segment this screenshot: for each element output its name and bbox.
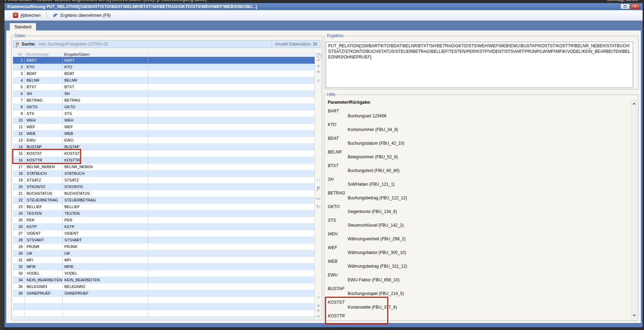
cell-nr: 24 [13, 210, 25, 217]
cell-bez [25, 303, 63, 310]
table-row[interactable]: 3BDATBDAT [13, 70, 315, 77]
background-date-text: Montag, 02.09. [607, 0, 638, 2]
table-row[interactable]: 27VIDENTVIDENT [13, 230, 315, 237]
cell-bez: SH [25, 90, 63, 97]
table-row[interactable]: 4BELNRBELNR [13, 77, 315, 84]
cell-filler [148, 97, 315, 104]
copy-table-icon[interactable] [316, 52, 321, 58]
param-name: GKTO [328, 204, 630, 209]
cell-nr: 28 [13, 237, 25, 243]
table-row[interactable]: 19STSATZSTSATZ [13, 177, 315, 184]
table-row[interactable]: 18STATBUCHSTATBUCH [13, 170, 315, 177]
table-row[interactable]: 6SHSH [13, 90, 315, 97]
cell-nr: 26 [13, 224, 25, 230]
move-down-icon[interactable] [316, 295, 321, 300]
page-down-icon[interactable] [316, 303, 321, 309]
cell-eingabe [63, 303, 148, 310]
table-row[interactable]: 25PERPER [13, 217, 315, 224]
cell-bez: KSTP [25, 224, 63, 230]
close-button[interactable]: ✕ [631, 4, 640, 9]
cell-filler [148, 137, 315, 144]
scroll-to-top-icon[interactable] [316, 59, 321, 65]
scroll-down-button[interactable] [631, 312, 637, 318]
table-row[interactable]: 34KEIN_BEARBEITENKEIN_BEARBEITEN [13, 277, 315, 283]
table-row[interactable]: 2KTOKTO [13, 64, 315, 70]
apply-result-button[interactable]: Ergebnis übernehmen (F9) [49, 11, 114, 20]
table-row[interactable]: 10WEHWEH [13, 117, 315, 124]
cell-bez: MFIK [25, 263, 63, 270]
cell-bez: BELNR_NEBEN [25, 164, 63, 170]
xml-icon[interactable]: XML [316, 196, 321, 201]
param-name: KTO [328, 122, 630, 127]
cell-filler [148, 164, 315, 170]
cell-bez: STSVART [25, 237, 63, 243]
cell-bez: PER [25, 217, 63, 224]
table-row[interactable]: 30LWLW [13, 250, 315, 257]
cell-eingabe: KSTP [63, 224, 148, 230]
scroll-up-button[interactable] [631, 101, 637, 106]
cell-filler [148, 290, 315, 297]
cell-eingabe: GKTO [63, 104, 148, 110]
param-description: Steuerschlüssel (FBU_142_2) [328, 223, 630, 228]
cell-bez: STATBUCH [25, 170, 63, 177]
cell-nr: 4 [13, 77, 25, 84]
cell-filler [148, 150, 315, 157]
cell-filler [148, 130, 315, 137]
move-up-icon[interactable] [316, 68, 321, 74]
table-row[interactable]: 1BARTBART [13, 57, 315, 64]
table-row[interactable]: 20STKONTOSTKONTO [13, 184, 315, 190]
table-row[interactable]: 11WEFWEF [13, 124, 315, 130]
cell-filler [148, 210, 315, 217]
table-row[interactable]: 12WEBWEB [13, 130, 315, 137]
cell-eingabe: SH [63, 90, 148, 97]
table-row[interactable]: 5BTXTBTXT [13, 84, 315, 90]
table-row-empty[interactable] [13, 317, 315, 318]
table-row[interactable]: 32MFIKMFIK [13, 263, 315, 270]
table-row-empty[interactable] [13, 297, 315, 303]
table-row[interactable]: 29PRJNRPRJNR [13, 243, 315, 250]
bracket-icon[interactable]: ( ) [316, 177, 321, 183]
table-row[interactable]: 28STSVARTSTSVART [13, 237, 315, 243]
filter-icon[interactable] [316, 204, 321, 210]
table-row[interactable]: 33VODELVODEL [13, 270, 315, 277]
table-row[interactable]: 21BUCHSTATUSBUCHSTATUS [13, 190, 315, 197]
zoom-icon[interactable] [316, 185, 321, 191]
scroll-to-bottom-icon[interactable] [316, 311, 321, 317]
table-row[interactable]: 17BELNR_NEBENBELNR_NEBEN [13, 164, 315, 170]
table-row[interactable]: 23BELLIEFBELLIEF [13, 204, 315, 210]
daten-groupbox: Daten Suche: Anzahl Datensätze: 36 Nr. B… [11, 33, 322, 320]
page-up-icon[interactable] [316, 77, 321, 83]
cell-eingabe: KTO [63, 64, 148, 70]
cell-nr: 23 [13, 204, 25, 210]
cancel-button[interactable]: ✕ Abbrechen [9, 11, 44, 19]
search-input[interactable] [38, 42, 271, 47]
hilfe-scrollbar[interactable] [631, 100, 637, 319]
table-row[interactable]: 13EWUEWU [13, 137, 315, 144]
table-row[interactable]: 8GKTOGKTO [13, 104, 315, 110]
col-header-bezeichnung[interactable]: Bezeichnung [25, 52, 63, 57]
table-row[interactable]: 24TESTENTESTEN [13, 210, 315, 217]
data-table: Nr. Bezeichnung Eingabe/Daten 1BARTBART2… [13, 52, 315, 318]
cell-filler [148, 190, 315, 197]
table-row[interactable]: 36OHNEPRUEFOHNEPRUEF [13, 290, 315, 297]
table-row[interactable]: 9STSSTS [13, 110, 315, 117]
cell-bez: BELLIEF [25, 204, 63, 210]
param-name: BART [328, 109, 630, 114]
cell-filler [148, 124, 315, 130]
cell-filler [148, 77, 315, 84]
cell-nr: 3 [13, 70, 25, 77]
table-row[interactable]: 7BETRAGBETRAG [13, 97, 315, 104]
cell-nr: 5 [13, 84, 25, 90]
ergebnis-text[interactable]: PUT_RELATION[158!BART!KTO!BDAT!BELNR!BTX… [326, 42, 633, 88]
table-row-empty[interactable] [13, 310, 315, 317]
maximize-button[interactable] [621, 4, 630, 9]
table-row[interactable]: 31MFIMFI [13, 257, 315, 263]
col-header-eingabe[interactable]: Eingabe/Daten [63, 52, 148, 57]
col-header-nr[interactable]: Nr. [13, 52, 25, 57]
tab-standard[interactable]: Standard [9, 23, 36, 30]
table-row-empty[interactable] [13, 303, 315, 310]
table-row[interactable]: 35BELEGNR3BELEGNR3 [13, 283, 315, 290]
titlebar[interactable]: Klammerauflösung PUT_RELATION[158!BART!K… [5, 3, 643, 10]
table-row[interactable]: 22STEUERBETRAGSTEUERBETRAG [13, 197, 315, 204]
table-row[interactable]: 26KSTPKSTP [13, 224, 315, 230]
